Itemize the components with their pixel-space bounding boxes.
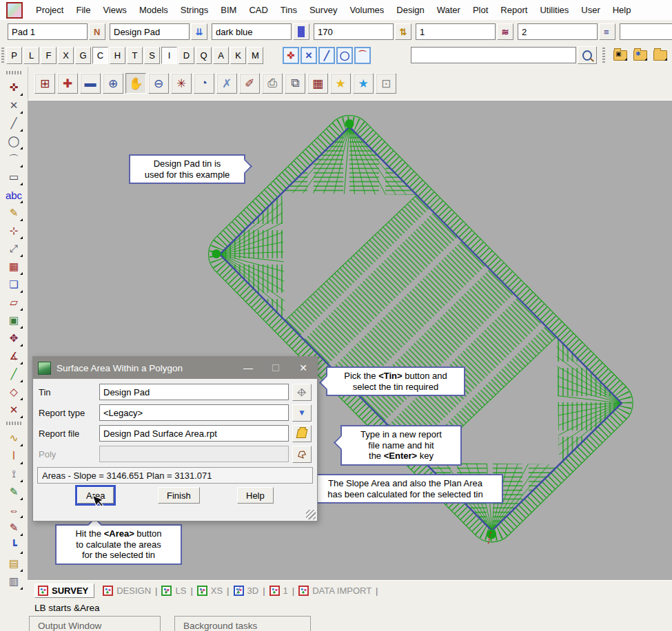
tin-input[interactable] [99,384,289,400]
attribute-picker-button[interactable]: ≡ [599,23,615,40]
menu-item[interactable]: Plot [467,2,494,18]
view-tool-button[interactable]: ◔ [194,73,214,94]
menu-item[interactable]: Volumes [343,2,390,18]
mode-letter-button[interactable]: S [144,47,160,64]
cad-tool-button[interactable]: ✕ [6,98,22,113]
view-tool-button[interactable]: ✋ [125,73,146,94]
mode-letter-button[interactable]: G [75,47,91,64]
cad-tool-button[interactable]: ▱ [6,295,22,310]
attribute-input[interactable] [518,23,598,40]
view-tool-button[interactable]: ★ [353,73,374,94]
view-tab[interactable]: SURVEY [34,583,94,598]
menu-item[interactable]: Design [390,2,430,18]
resize-grip[interactable] [306,510,316,519]
cad-tool-button[interactable]: ╱ [6,366,22,382]
menu-item[interactable]: Help [607,2,638,18]
view-tab[interactable]: ≈ LS [161,586,186,596]
toolbar-grip[interactable] [6,422,21,425]
mode-letter-button[interactable]: A [213,47,229,64]
menu-item[interactable]: CAD [243,2,274,18]
snap-toggle-button[interactable]: ✜ [283,47,299,64]
background-tasks-panel[interactable]: Background tasks [174,616,311,631]
mode-letter-button[interactable]: I [161,47,177,64]
cad-tool-button[interactable]: ▤ [6,556,22,571]
view-tool-button[interactable]: ⊕ [103,73,123,94]
mode-letter-button[interactable]: D [179,47,194,64]
output-window-panel[interactable]: Output Window [29,616,161,631]
report-file-browse-button[interactable] [292,425,312,442]
mode-letter-button[interactable]: C [92,47,108,64]
menu-item[interactable]: Models [133,2,174,18]
attribute-picker-button[interactable]: N [89,23,105,40]
view-tab[interactable]: ≈ XS [197,586,223,596]
cad-tool-button[interactable]: ▦ [6,259,22,274]
cad-tool-button[interactable]: ✜ [6,80,22,95]
cad-tool-button[interactable]: ∡ [6,349,22,364]
report-type-dropdown-button[interactable]: ▼ [292,404,312,422]
snap-toggle-button[interactable]: ✕ [301,47,317,64]
search-input[interactable] [411,47,576,63]
cad-tool-button[interactable]: ✕ [6,402,22,417]
cad-tool-button[interactable]: ✎ [6,484,22,499]
dialog-title-bar[interactable]: Surface Area Within a Polygon — ☐ ✕ [33,357,317,379]
menu-item[interactable]: Strings [174,2,214,18]
mode-letter-button[interactable]: M [247,47,263,64]
search-folder-icon[interactable]: ✱ [633,50,647,61]
cad-tool-button[interactable]: ⌒ [6,152,22,167]
view-tool-button[interactable]: ✗ [216,73,237,94]
cad-tool-button[interactable]: ▭ [6,169,22,185]
attribute-input[interactable] [8,23,88,40]
mode-letter-button[interactable]: P [6,47,22,64]
view-tool-button[interactable]: ⊖ [148,73,169,94]
view-tool-button[interactable]: ⎙ [262,73,283,94]
menu-item[interactable]: Utilities [533,2,575,18]
attribute-input[interactable] [110,23,190,40]
cad-tool-button[interactable]: ✎ [6,520,22,535]
maximize-button[interactable]: ☐ [262,357,289,379]
view-tab[interactable]: DATA IMPORT [298,586,371,596]
view-tool-button[interactable]: ⧉ [285,73,305,94]
mode-letter-button[interactable]: T [127,47,143,64]
project-folder-icon[interactable]: ▣ [613,50,627,61]
minimize-button[interactable]: — [234,357,262,379]
view-tool-button[interactable]: ✳ [171,73,192,94]
view-tool-button[interactable]: ✚ [57,73,78,94]
mode-letter-button[interactable]: L [23,47,39,64]
view-tool-button[interactable]: ▦ [307,73,328,94]
cad-tool-button[interactable]: ◯ [6,134,22,149]
cad-tool-button[interactable]: Ⅰ [6,448,22,464]
cad-tool-button[interactable]: ⤢ [6,241,22,256]
cad-tool-button[interactable]: ❏ [6,277,22,292]
attribute-picker-button[interactable]: ⇅ [395,23,411,40]
cad-tool-button[interactable]: ✥ [6,331,22,346]
cad-tool-button[interactable]: ⟟ [6,466,22,482]
view-tab[interactable]: ╱ 3D [234,586,259,596]
attribute-input[interactable] [314,23,394,40]
cad-tool-button[interactable]: ✎ [6,205,22,220]
search-button[interactable] [578,46,597,64]
view-tool-button[interactable]: ★ [330,73,351,94]
mode-letter-button[interactable]: F [41,47,57,64]
view-tab[interactable]: 1 [269,586,288,596]
attribute-input[interactable] [620,23,672,40]
report-file-input[interactable] [99,425,289,442]
mode-letter-button[interactable]: X [58,47,74,64]
menu-item[interactable]: Water [431,2,467,18]
mode-letter-button[interactable]: Q [196,47,212,64]
attribute-picker-button[interactable]: ⇊ [191,23,207,40]
mode-letter-button[interactable]: K [230,47,246,64]
snap-toggle-button[interactable]: ╱ [318,47,335,64]
cad-tool-button[interactable]: ⊹ [6,223,22,238]
menu-item[interactable]: BIM [214,2,243,18]
menu-item[interactable]: Views [96,2,132,18]
cad-tool-button[interactable]: ┗ [6,538,22,553]
attribute-input[interactable] [416,23,496,40]
snap-toggle-button[interactable]: ◯ [336,47,353,64]
menu-item[interactable]: Report [494,2,533,18]
cad-tool-button[interactable]: ◇ [6,384,22,400]
view-tool-button[interactable]: ▬ [80,73,101,94]
menu-item[interactable]: Tins [274,2,303,18]
attribute-input[interactable] [212,23,292,40]
view-tool-button[interactable]: ⊡ [376,73,396,94]
mode-letter-button[interactable]: H [110,47,125,64]
